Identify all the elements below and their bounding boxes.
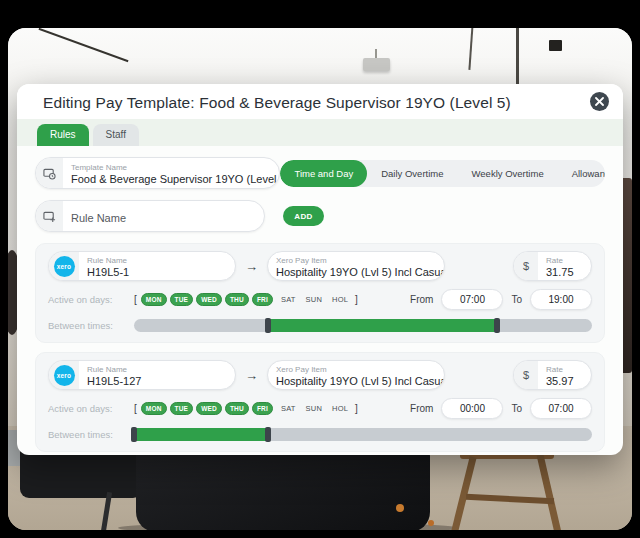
from-label: From [410,294,433,305]
window-frame [516,28,519,86]
tab-daily-overtime[interactable]: Daily Overtime [367,160,457,187]
template-name-label: Template Name [71,163,270,173]
xero-logo-icon: xero [54,256,75,277]
active-days-label: Active on days: [48,403,132,414]
section-tab-bar: Time and Day Daily Overtime Weekly Overt… [280,160,605,187]
rule-card: xero Rule Name H19L5-127 → Xero Pay Item… [35,352,605,452]
rule-name-label: Rule Name [87,365,141,375]
tab-time-and-day[interactable]: Time and Day [280,160,367,187]
new-rule-name-text [63,201,264,231]
active-days-row: Active on days: [ MON TUE WED THU FRI SA… [48,289,592,310]
day-chip-mon[interactable]: MON [141,293,167,306]
screenshot-root: Editing Pay Template: Food & Beverage Su… [0,0,640,538]
rate-field[interactable]: $ Rate 35.97 [513,360,592,390]
day-chip-sat[interactable]: SAT [281,295,296,304]
pay-item-field[interactable]: Xero Pay Item Hospitality 19YO (Lvl 5) I… [267,360,445,390]
slider-fill [134,428,268,441]
to-label: To [511,403,522,414]
rule-name-value: H19L5-127 [87,375,141,389]
pay-item-value: Hospitality 19YO (Lvl 5) Incl Casual [276,266,435,280]
rule-name-text: Rule Name H19L5-1 [79,252,138,280]
add-rule-icon [43,210,56,223]
rule-name-field[interactable]: xero Rule Name H19L5-1 [48,251,236,281]
slider-handle-end[interactable] [494,318,500,333]
rule-name-value: H19L5-1 [87,266,129,280]
day-chip-mon[interactable]: MON [141,402,167,415]
bracket-open: [ [134,403,137,414]
time-range-group: From 00:00 To 07:00 [410,398,592,419]
between-times-row: Between times: [48,319,592,332]
rule-fields-row: xero Rule Name H19L5-127 → Xero Pay Item… [48,360,592,390]
rate-text: Rate 35.97 [538,361,583,389]
rate-field[interactable]: $ Rate 31.75 [513,251,592,281]
pay-item-field[interactable]: Xero Pay Item Hospitality 19YO (Lvl 5) I… [267,251,445,281]
template-name-value: Food & Beverage Supervisor 19YO (Level 5… [71,173,270,187]
active-days-label: Active on days: [48,294,132,305]
time-range-slider[interactable] [134,428,592,441]
rule-name-text: Rule Name H19L5-127 [79,361,150,389]
rule-name-label: Rule Name [87,256,129,266]
day-chip-tue[interactable]: TUE [170,293,194,306]
between-times-row: Between times: [48,428,592,441]
time-range-slider[interactable] [134,319,592,332]
pay-item-text: Xero Pay Item Hospitality 19YO (Lvl 5) I… [268,252,444,280]
add-rule-row: ADD [35,200,605,232]
rule-name-field[interactable]: xero Rule Name H19L5-127 [48,360,236,390]
day-chip-fri[interactable]: FRI [252,402,273,415]
close-button[interactable] [590,92,609,111]
tab-allowances[interactable]: Allowances [558,160,605,187]
projector-mount [375,49,377,58]
day-chip-hol[interactable]: HOL [332,404,348,413]
tab-rules[interactable]: Rules [37,124,89,146]
from-time-input[interactable]: 07:00 [441,289,503,310]
day-chip-hol[interactable]: HOL [332,295,348,304]
arrow-right-icon: → [245,368,258,383]
dollar-icon: $ [514,252,538,280]
xero-prefix: xero [49,252,79,280]
time-range-group: From 07:00 To 19:00 [410,289,592,310]
dollar-icon: $ [514,361,538,389]
tab-weekly-overtime[interactable]: Weekly Overtime [458,160,558,187]
between-times-label: Between times: [48,429,132,440]
bracket-close: ] [355,294,358,305]
day-chip-sat[interactable]: SAT [281,404,296,413]
add-button[interactable]: ADD [283,206,324,226]
day-chip-sun[interactable]: SUN [306,295,322,304]
template-icon-prefix [36,158,63,188]
from-label: From [410,403,433,414]
pay-item-text: Xero Pay Item Hospitality 19YO (Lvl 5) I… [268,361,444,389]
rule-icon-prefix [36,201,63,231]
tab-staff[interactable]: Staff [93,124,139,146]
day-chip-thu[interactable]: THU [225,402,249,415]
slider-handle-end[interactable] [265,427,271,442]
modal-body: Template Name Food & Beverage Supervisor… [17,146,623,455]
slider-fill [268,319,497,332]
to-time-input[interactable]: 19:00 [530,289,592,310]
slider-handle-start[interactable] [131,427,137,442]
slider-handle-start[interactable] [265,318,271,333]
rule-card: xero Rule Name H19L5-1 → Xero Pay Item H… [35,243,605,343]
day-chip-thu[interactable]: THU [225,293,249,306]
template-name-field[interactable]: Template Name Food & Beverage Supervisor… [35,157,280,189]
pay-template-modal: Editing Pay Template: Food & Beverage Su… [17,84,623,455]
new-rule-name-input[interactable] [71,212,255,224]
rate-value: 31.75 [546,266,574,280]
main-tab-strip: Rules Staff [17,119,623,146]
template-name-text: Template Name Food & Beverage Supervisor… [63,158,279,188]
day-chip-tue[interactable]: TUE [170,402,194,415]
day-chip-wed[interactable]: WED [196,293,222,306]
arrow-right-icon: → [245,259,258,274]
modal-header: Editing Pay Template: Food & Beverage Su… [17,84,623,119]
to-time-input[interactable]: 07:00 [530,398,592,419]
from-time-input[interactable]: 00:00 [441,398,503,419]
between-times-label: Between times: [48,320,132,331]
modal-title: Editing Pay Template: Food & Beverage Su… [43,94,603,112]
template-schedule-icon [43,167,56,180]
xero-logo-icon: xero [54,365,75,386]
xero-prefix: xero [49,361,79,389]
new-rule-name-field[interactable] [35,200,265,232]
day-chip-wed[interactable]: WED [196,402,222,415]
day-chip-fri[interactable]: FRI [252,293,273,306]
rate-label: Rate [546,365,574,375]
day-chip-sun[interactable]: SUN [306,404,322,413]
